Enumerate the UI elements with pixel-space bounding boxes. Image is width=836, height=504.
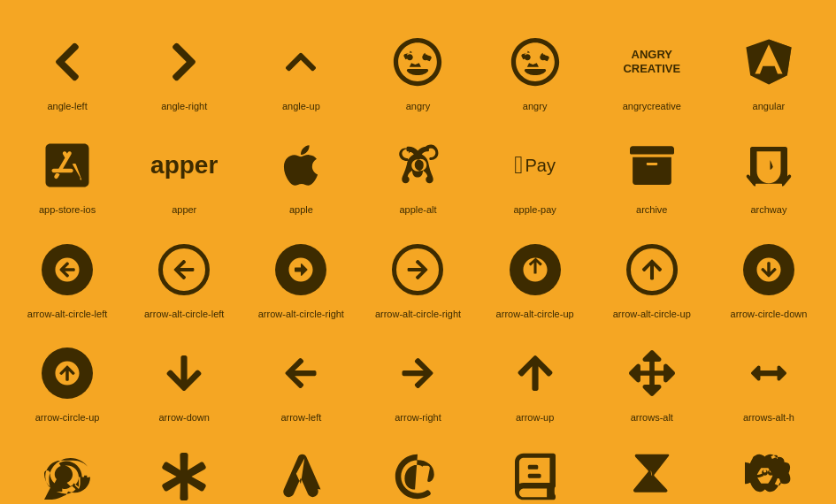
apple-alt-icon: [387, 134, 449, 196]
angle-left-icon: [36, 31, 98, 93]
arrow-alt-circle-right2-icon: [387, 239, 449, 301]
angle-right-label: angle-right: [161, 100, 207, 112]
icon-item-at: at: [359, 432, 476, 504]
angry2-label: angry: [523, 100, 548, 112]
arrow-right-icon: [387, 342, 449, 404]
icon-item-app-store-ios: app-store-ios: [9, 121, 126, 225]
angrycreative-icon: ANGRYCREATIVE: [621, 31, 683, 93]
arrow-circle-up-icon: [36, 342, 98, 404]
arrow-up-icon: [504, 342, 566, 404]
icon-item-atom: atom: [710, 432, 827, 504]
icon-item-arrow-left: arrow-left: [242, 329, 359, 432]
icon-item-archive: archive: [594, 121, 710, 225]
icon-item-archway: archway: [710, 121, 827, 225]
icon-item-arrow-alt-circle-left: arrow-alt-circle-left: [9, 225, 126, 329]
icon-item-arrows-alt-h: arrows-alt-h: [710, 329, 827, 432]
arrow-alt-circle-left2-icon: [153, 239, 215, 301]
icon-item-arrow-alt-circle-up: arrow-alt-circle-up: [477, 225, 594, 329]
arrows-alt-icon: [621, 342, 683, 404]
icon-item-arrows-alt: arrows-alt: [594, 329, 710, 432]
atlassian-icon: [621, 446, 683, 504]
icon-item-arrow-circle-down: arrow-circle-down: [710, 225, 827, 329]
icon-item-assistive: assistive-listening- systems: [9, 432, 126, 504]
arrow-left-label: arrow-left: [280, 411, 321, 424]
arrow-down-icon: [153, 342, 215, 404]
icon-item-angular: angular: [710, 18, 827, 121]
icon-item-arrow-down: arrow-down: [126, 329, 242, 432]
icon-item-angry2: angry: [477, 18, 594, 121]
arrow-up-label: arrow-up: [516, 411, 554, 424]
icon-item-arrow-circle-up: arrow-circle-up: [9, 329, 126, 432]
apper-label: apper: [172, 203, 196, 216]
angular-icon: [738, 31, 800, 93]
apple-label: apple: [289, 203, 313, 216]
icon-item-atlas: atlas: [477, 432, 594, 504]
icon-item-atlassian: atlassian: [594, 432, 710, 504]
arrow-alt-circle-right-icon: [270, 239, 332, 301]
icon-item-arrow-right: arrow-right: [359, 329, 476, 432]
icon-item-apple: apple: [242, 121, 359, 225]
icon-item-apple-pay:  Pay apple-pay: [477, 121, 594, 225]
arrow-alt-circle-up-label: arrow-alt-circle-up: [496, 308, 574, 320]
icon-item-arrow-alt-circle-up2: arrow-alt-circle-up: [594, 225, 710, 329]
icon-item-arrow-alt-circle-right: arrow-alt-circle-right: [242, 225, 359, 329]
arrow-left-icon: [270, 342, 332, 404]
angry-icon: [387, 31, 449, 93]
arrow-right-label: arrow-right: [395, 411, 441, 424]
icon-item-arrow-alt-circle-right2: arrow-alt-circle-right: [359, 225, 476, 329]
arrow-alt-circle-left-icon: [36, 239, 98, 301]
arrow-alt-circle-up2-icon: [621, 239, 683, 301]
archive-label: archive: [636, 203, 667, 216]
angle-left-label: angle-left: [47, 100, 87, 112]
apple-pay-icon:  Pay: [504, 134, 566, 196]
icon-grid: angle-left angle-right angle-up angry an…: [0, 0, 836, 504]
angle-right-icon: [153, 31, 215, 93]
app-store-ios-label: app-store-ios: [39, 203, 96, 216]
arrows-alt-h-label: arrows-alt-h: [743, 411, 794, 424]
at-icon: [387, 446, 449, 504]
angle-up-icon: [270, 31, 332, 93]
arrow-circle-up-label: arrow-circle-up: [35, 411, 100, 424]
angrycreative-label: angrycreative: [623, 100, 681, 112]
icon-item-asymmetrik: asymmetrik: [242, 432, 359, 504]
archway-icon: [738, 134, 800, 196]
arrow-alt-circle-right-label: arrow-alt-circle-right: [258, 308, 344, 320]
atlas-icon: [504, 446, 566, 504]
icon-item-angle-up: angle-up: [242, 18, 359, 121]
asymmetrik-icon: [270, 446, 332, 504]
apple-pay-label: apple-pay: [513, 203, 556, 216]
archway-label: archway: [750, 203, 786, 216]
arrows-alt-h-icon: [738, 342, 800, 404]
archive-icon: [621, 134, 683, 196]
arrow-alt-circle-left-label: arrow-alt-circle-left: [27, 308, 107, 320]
asterisk-icon: [153, 446, 215, 504]
icon-item-angle-right: angle-right: [126, 18, 242, 121]
arrow-alt-circle-left2-label: arrow-alt-circle-left: [144, 308, 224, 320]
apple-alt-label: apple-alt: [399, 203, 436, 216]
icon-item-apper: apper apper: [126, 121, 242, 225]
arrow-alt-circle-up2-label: arrow-alt-circle-up: [613, 308, 691, 320]
apper-icon: apper: [153, 134, 215, 196]
arrow-alt-circle-up-icon: [504, 239, 566, 301]
angle-up-label: angle-up: [282, 100, 320, 112]
icon-item-angry: angry: [359, 18, 476, 121]
assistive-icon: [36, 446, 98, 504]
icon-item-arrow-up: arrow-up: [477, 329, 594, 432]
arrows-alt-label: arrows-alt: [631, 411, 673, 424]
arrow-circle-down-icon: [738, 239, 800, 301]
icon-item-arrow-alt-circle-left2: arrow-alt-circle-left: [126, 225, 242, 329]
atom-icon: [738, 446, 800, 504]
angry2-icon: [504, 31, 566, 93]
icon-item-asterisk: asterisk: [126, 432, 242, 504]
angry-label: angry: [406, 100, 431, 112]
arrow-down-label: arrow-down: [158, 411, 209, 424]
arrow-alt-circle-right2-label: arrow-alt-circle-right: [375, 308, 461, 320]
icon-item-angrycreative: ANGRYCREATIVE angrycreative: [594, 18, 710, 121]
icon-item-apple-alt: apple-alt: [359, 121, 476, 225]
angular-label: angular: [753, 100, 786, 112]
apple-icon: [270, 134, 332, 196]
icon-item-angle-left: angle-left: [9, 18, 126, 121]
arrow-circle-down-label: arrow-circle-down: [731, 308, 808, 320]
app-store-ios-icon: [36, 134, 98, 196]
